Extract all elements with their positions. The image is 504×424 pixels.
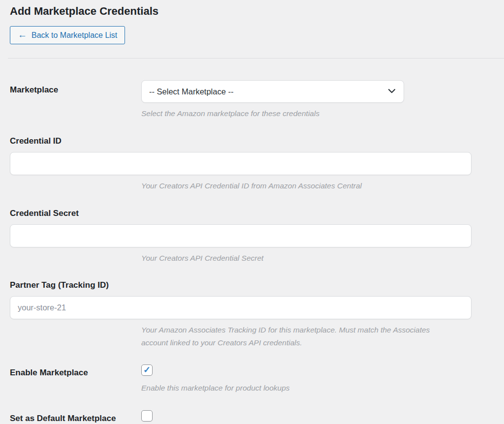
credential-secret-help: Your Creators API Credential Secret [141,252,472,265]
enable-marketplace-checkbox[interactable] [141,364,153,376]
credential-secret-input[interactable] [10,224,472,247]
partner-tag-label: Partner Tag (Tracking ID) [10,280,472,290]
marketplace-help: Select the Amazon marketplace for these … [141,107,472,120]
enable-marketplace-row: Enable Marketplace Enable this marketpla… [10,364,472,394]
partner-tag-help: Your Amazon Associates Tracking ID for t… [141,324,439,349]
enable-marketplace-label-col: Enable Marketplace [10,364,141,378]
back-button-label: Back to Marketplace List [32,31,117,40]
default-marketplace-label: Set as Default Marketplace [10,414,116,423]
page-container: Add Marketplace Credentials ← Back to Ma… [0,5,504,424]
default-marketplace-row: Set as Default Marketplace Use this mark… [10,410,472,424]
default-marketplace-label-col: Set as Default Marketplace [10,410,141,424]
enable-marketplace-control-col: Enable this marketplace for product look… [141,364,472,394]
divider [8,58,504,59]
marketplace-select[interactable]: -- Select Marketplace -- [141,80,404,103]
credential-id-input[interactable] [10,152,472,175]
marketplace-select-wrap: -- Select Marketplace -- [141,80,404,103]
default-marketplace-control-col: Use this marketplace when no specific co… [141,410,472,424]
marketplace-control-col: -- Select Marketplace -- Select the Amaz… [141,80,472,120]
credential-secret-label: Credential Secret [10,209,472,218]
back-to-marketplace-list-button[interactable]: ← Back to Marketplace List [10,26,125,44]
marketplace-row: Marketplace -- Select Marketplace -- Sel… [10,80,472,120]
marketplace-label-col: Marketplace [10,80,141,95]
enable-marketplace-label: Enable Marketplace [10,368,88,377]
enable-marketplace-help: Enable this marketplace for product look… [141,382,472,394]
default-marketplace-checkbox[interactable] [141,410,153,422]
back-arrow-icon: ← [18,30,27,39]
credential-id-help: Your Creators API Credential ID from Ama… [141,180,472,192]
partner-tag-input[interactable] [10,296,472,319]
marketplace-label: Marketplace [10,85,58,94]
credential-id-label: Credential ID [10,136,472,146]
page-title: Add Marketplace Credentials [10,5,472,18]
